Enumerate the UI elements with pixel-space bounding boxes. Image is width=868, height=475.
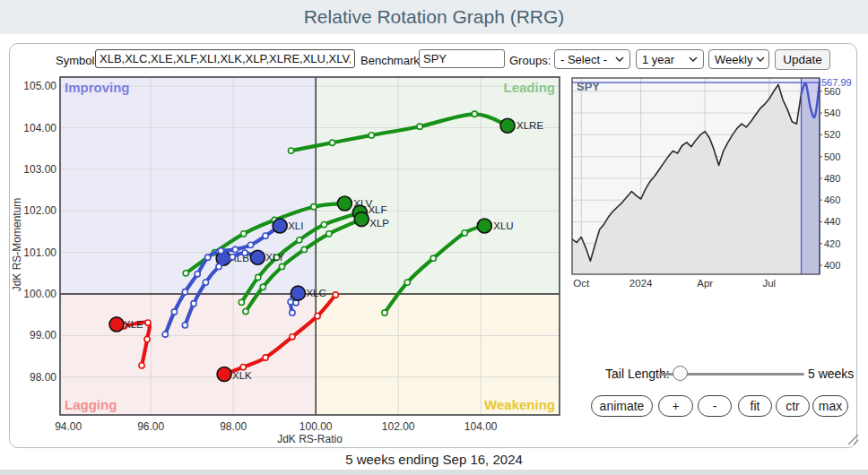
svg-text:460: 460 — [824, 194, 840, 205]
svg-text:104.00: 104.00 — [23, 122, 56, 134]
svg-text:100.00: 100.00 — [23, 288, 56, 300]
svg-text:98.00: 98.00 — [30, 371, 56, 384]
rrg-head-XLC[interactable] — [291, 286, 305, 300]
update-button[interactable]: Update — [775, 49, 830, 70]
svg-text:105.00: 105.00 — [23, 80, 56, 92]
chevron-down-icon — [689, 56, 698, 62]
rrg-label-XLF: XLF — [368, 204, 386, 215]
period-select-value: 1 year — [642, 53, 674, 66]
rrg-label-XLC: XLC — [306, 288, 326, 298]
svg-text:103.00: 103.00 — [23, 163, 56, 176]
groups-label: Groups: — [509, 54, 551, 67]
spy-mini-chart: 400420440460480500520540560567.99Oct2024… — [568, 74, 858, 294]
page: Relative Rotation Graph (RRG) Symbols: B… — [0, 0, 868, 475]
svg-text:SPY: SPY — [577, 80, 600, 93]
rrg-label-XLU: XLU — [493, 220, 513, 231]
svg-text:400: 400 — [824, 260, 840, 271]
rrg-head-XLV[interactable] — [337, 196, 352, 211]
rrg-head-XLRE[interactable] — [500, 118, 515, 133]
svg-text:Improving: Improving — [65, 80, 130, 95]
svg-text:98.00: 98.00 — [220, 420, 247, 433]
frequency-select[interactable]: Weekly — [708, 49, 769, 69]
rrg-chart[interactable]: ImprovingLeadingLaggingWeakeningXLVXLFXL… — [10, 74, 575, 449]
chevron-down-icon — [756, 56, 765, 62]
center-button[interactable]: ctr — [776, 395, 810, 417]
svg-text:420: 420 — [824, 238, 840, 249]
svg-text:2024: 2024 — [629, 278, 653, 289]
svg-text:96.00: 96.00 — [137, 420, 164, 433]
slider-thumb[interactable] — [673, 366, 688, 381]
rrg-label-XLY: XLY — [265, 252, 284, 263]
benchmark-label: Benchmark: — [360, 54, 422, 67]
svg-text:520: 520 — [824, 129, 840, 140]
svg-text:Jul: Jul — [762, 278, 776, 289]
fit-button[interactable]: fit — [738, 395, 772, 417]
svg-text:JdK RS-Momentum: JdK RS-Momentum — [11, 198, 23, 292]
svg-text:Lagging: Lagging — [65, 397, 117, 412]
svg-text:99.00: 99.00 — [30, 329, 56, 341]
symbols-input[interactable] — [95, 49, 355, 68]
rrg-label-XLI: XLI — [288, 220, 303, 231]
rrg-head-XLE[interactable] — [109, 317, 124, 332]
tail-length-slider[interactable] — [659, 365, 804, 383]
frequency-select-value: Weekly — [715, 53, 752, 66]
rrg-head-XLI[interactable] — [273, 219, 287, 233]
chevron-down-icon — [615, 56, 624, 62]
main-panel: Symbols: Benchmark: Groups: - Select - 1… — [9, 43, 857, 448]
svg-text:Apr: Apr — [697, 278, 713, 289]
rrg-head-XLP[interactable] — [354, 212, 369, 227]
svg-text:Oct: Oct — [573, 278, 590, 289]
zoom-out-button[interactable]: - — [698, 395, 732, 417]
benchmark-input[interactable] — [419, 49, 505, 68]
titlebar: Relative Rotation Graph (RRG) — [0, 0, 868, 34]
rrg-head-XLK[interactable] — [217, 367, 231, 382]
svg-text:Weakening: Weakening — [484, 397, 555, 412]
rrg-label-XLK: XLK — [232, 370, 252, 381]
svg-text:102.00: 102.00 — [382, 420, 415, 433]
rrg-label-XLE: XLE — [124, 319, 143, 330]
svg-text:500: 500 — [824, 151, 840, 162]
svg-text:102.00: 102.00 — [23, 204, 56, 217]
period-select[interactable]: 1 year — [636, 49, 704, 69]
rrg-head-XLU[interactable] — [477, 219, 491, 233]
footer-caption: 5 weeks ending Sep 16, 2024 — [0, 452, 868, 467]
animate-button[interactable]: animate — [591, 395, 653, 417]
svg-text:JdK RS-Ratio: JdK RS-Ratio — [277, 433, 343, 445]
svg-text:480: 480 — [824, 173, 840, 184]
page-title: Relative Rotation Graph (RRG) — [0, 0, 868, 34]
svg-text:101.00: 101.00 — [23, 246, 56, 259]
groups-select[interactable]: - Select - — [554, 49, 630, 69]
rrg-label-XLRE: XLRE — [516, 120, 543, 131]
bottom-strip — [0, 470, 868, 475]
svg-text:Leading: Leading — [503, 80, 555, 95]
svg-text:440: 440 — [824, 216, 840, 227]
resize-handle-icon[interactable] — [846, 433, 859, 445]
svg-text:100.00: 100.00 — [299, 420, 333, 433]
zoom-in-button[interactable]: + — [658, 395, 693, 417]
svg-text:567.99: 567.99 — [821, 77, 852, 88]
svg-text:94.00: 94.00 — [55, 420, 82, 433]
rrg-label-XLP: XLP — [369, 218, 389, 229]
tail-length-value: 5 weeks — [808, 367, 854, 381]
svg-text:540: 540 — [824, 108, 840, 118]
rrg-head-XLY[interactable] — [250, 250, 265, 264]
groups-select-value: - Select - — [560, 53, 607, 66]
max-button[interactable]: max — [812, 395, 848, 417]
svg-text:104.00: 104.00 — [464, 420, 498, 433]
